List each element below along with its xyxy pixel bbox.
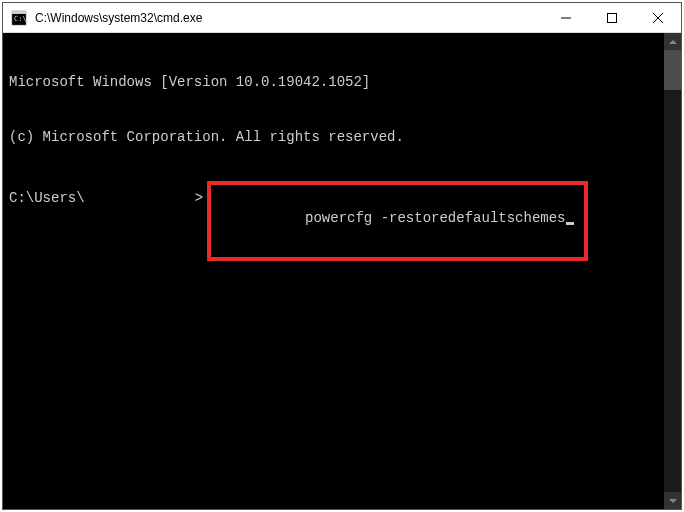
vertical-scrollbar [664,33,681,509]
svg-rect-1 [12,11,26,14]
prompt-prefix: C:\Users\ [9,189,85,207]
prompt-suffix: > [195,189,203,207]
window-title: C:\Windows\system32\cmd.exe [35,11,543,25]
version-line: Microsoft Windows [Version 10.0.19042.10… [9,73,658,91]
svg-marker-7 [669,40,677,44]
text-cursor [566,222,574,225]
scroll-track[interactable] [664,50,681,492]
console-output[interactable]: Microsoft Windows [Version 10.0.19042.10… [3,33,664,509]
scroll-up-button[interactable] [664,33,681,50]
svg-rect-4 [608,13,617,22]
console-area: Microsoft Windows [Version 10.0.19042.10… [3,33,681,509]
prompt-line: C:\Users\> powercfg -restoredefaultschem… [9,189,658,262]
cmd-window: C:\ C:\Windows\system32\cmd.exe Microsof… [2,2,682,510]
window-controls [543,3,681,32]
redacted-username [85,189,195,203]
titlebar: C:\ C:\Windows\system32\cmd.exe [3,3,681,33]
command-text: powercfg -restoredefaultschemes [305,210,565,226]
copyright-line: (c) Microsoft Corporation. All rights re… [9,128,658,146]
svg-marker-8 [669,499,677,503]
scroll-thumb[interactable] [664,50,681,90]
cmd-icon: C:\ [11,10,27,26]
maximize-button[interactable] [589,3,635,32]
minimize-button[interactable] [543,3,589,32]
scroll-down-button[interactable] [664,492,681,509]
svg-text:C:\: C:\ [14,15,27,23]
close-button[interactable] [635,3,681,32]
command-highlight-box: powercfg -restoredefaultschemes [207,181,587,262]
